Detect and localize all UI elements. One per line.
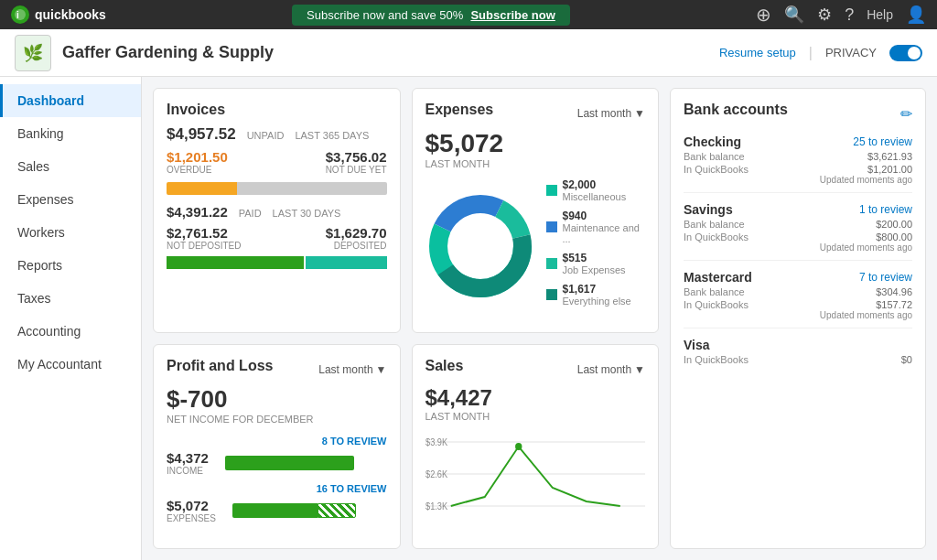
qb-logo-text: quickbooks <box>35 7 106 22</box>
savings-name: Savings <box>684 202 733 217</box>
sales-chevron-icon: ▼ <box>634 363 645 376</box>
income-bar-row: $4,372 INCOME <box>167 450 387 476</box>
unpaid-progress-bar <box>167 182 387 195</box>
overdue-label: OVERDUE <box>167 165 228 175</box>
svg-text:$3.9K: $3.9K <box>425 436 448 447</box>
mastercard-update: Updated moments ago <box>820 310 912 320</box>
sales-title: Sales <box>425 358 464 374</box>
svg-text:i: i <box>16 10 19 20</box>
income-progress-bar <box>225 456 354 470</box>
savings-bank-balance-label: Bank balance <box>684 219 745 230</box>
settings-icon[interactable]: ⚙ <box>817 5 832 25</box>
not-due-amount: $3,756.02 <box>326 149 387 165</box>
top-banner: i quickbooks Subscribe now and save 50% … <box>0 0 937 29</box>
paid-label: PAID <box>239 208 262 219</box>
add-icon[interactable]: ⊕ <box>756 4 771 26</box>
search-icon[interactable]: 🔍 <box>784 5 804 25</box>
privacy-label: PRIVACY <box>825 46 877 59</box>
not-due-label: NOT DUE YET <box>326 165 387 175</box>
mastercard-qb-label: In QuickBooks <box>684 299 749 320</box>
bank-account-savings: Savings 1 to review Bank balance $200.00… <box>684 202 912 261</box>
pl-expenses-label: EXPENSES <box>167 513 216 523</box>
svg-point-6 <box>457 222 504 270</box>
app-body: Dashboard Banking Sales Expenses Workers… <box>0 77 937 560</box>
income-label: INCOME <box>167 466 209 476</box>
resume-setup-link[interactable]: Resume setup <box>719 46 796 59</box>
sidebar-item-accountant[interactable]: My Accountant <box>0 348 141 381</box>
pl-expenses-amount: $5,072 <box>167 498 216 513</box>
sidebar-item-accounting[interactable]: Accounting <box>0 315 141 348</box>
bank-edit-icon[interactable]: ✏ <box>900 105 912 123</box>
income-review-label[interactable]: 8 TO REVIEW <box>167 436 387 447</box>
legend-miscellaneous: $2,000 Miscellaneous <box>546 178 646 202</box>
checking-name: Checking <box>684 135 741 149</box>
sidebar-item-banking[interactable]: Banking <box>0 117 141 150</box>
legend-job: $515 Job Expenses <box>546 252 646 275</box>
sales-total: $4,427 <box>425 385 646 411</box>
bank-accounts-title: Bank accounts <box>684 102 788 118</box>
deposited-progress-bar <box>167 256 387 269</box>
expenses-last-month-label: LAST MONTH <box>425 158 646 169</box>
pl-title: Profit and Loss <box>167 358 273 374</box>
help-label[interactable]: Help <box>867 7 893 22</box>
bank-account-mastercard: Mastercard 7 to review Bank balance $304… <box>684 270 912 328</box>
savings-qb-balance: $800.00 <box>820 232 912 242</box>
pl-chevron-icon: ▼ <box>376 363 387 376</box>
company-logo: 🌿 <box>15 35 51 71</box>
pl-period-selector[interactable]: Last month ▼ <box>318 363 386 376</box>
pl-net-income-label: NET INCOME FOR DECEMBER <box>167 414 387 425</box>
legend-dot-misc <box>546 185 557 196</box>
mastercard-qb-balance: $157.72 <box>820 299 912 310</box>
promo-banner: Subscribe now and save 50% Subscribe now <box>292 5 570 26</box>
subscribe-button[interactable]: Subscribe now <box>470 8 555 22</box>
svg-text:$1.3K: $1.3K <box>425 501 448 511</box>
sales-period-selector[interactable]: Last month ▼ <box>577 363 645 376</box>
not-deposited-bar <box>167 256 304 269</box>
expenses-period-label: Last month <box>577 107 631 120</box>
unpaid-amount: $4,957.52 <box>167 125 236 144</box>
deposited-amount: $1,629.70 <box>326 225 387 241</box>
legend-job-amount: $515 <box>563 252 626 264</box>
expenses-review-label[interactable]: 16 TO REVIEW <box>167 483 387 494</box>
qb-icon: i <box>11 5 29 24</box>
privacy-toggle[interactable] <box>889 45 922 61</box>
sidebar: Dashboard Banking Sales Expenses Workers… <box>0 77 142 560</box>
deposited-bar <box>306 256 386 269</box>
sidebar-item-workers[interactable]: Workers <box>0 216 141 249</box>
mastercard-bank-balance: $304.96 <box>876 286 912 297</box>
not-deposited-label: NOT DEPOSITED <box>167 241 242 251</box>
visa-qb-label: In QuickBooks <box>684 354 749 365</box>
mastercard-review-link[interactable]: 7 to review <box>859 271 912 284</box>
header-divider: | <box>809 45 813 61</box>
sidebar-item-reports[interactable]: Reports <box>0 249 141 282</box>
checking-review-link[interactable]: 25 to review <box>853 135 912 148</box>
sidebar-item-sales[interactable]: Sales <box>0 150 141 183</box>
legend-maint-amount: $940 <box>563 210 646 222</box>
checking-qb-balance: $1,201.00 <box>820 164 912 175</box>
user-icon[interactable]: 👤 <box>906 5 926 25</box>
chart-peak-dot <box>515 443 522 450</box>
savings-qb-label: In QuickBooks <box>684 232 749 253</box>
invoices-card: Invoices $4,957.52 UNPAID LAST 365 DAYS … <box>153 88 401 333</box>
expenses-period-selector[interactable]: Last month ▼ <box>577 107 645 120</box>
top-right-icons: ⊕ 🔍 ⚙ ? Help 👤 <box>756 4 926 26</box>
days-label: LAST 365 DAYS <box>295 130 369 141</box>
svg-text:$2.6K: $2.6K <box>425 468 448 479</box>
savings-bank-balance: $200.00 <box>876 219 912 230</box>
income-amount: $4,372 <box>167 450 209 466</box>
help-icon[interactable]: ? <box>845 5 854 25</box>
checking-bank-balance: $3,621.93 <box>867 151 912 162</box>
sidebar-item-expenses[interactable]: Expenses <box>0 183 141 216</box>
sidebar-item-taxes[interactable]: Taxes <box>0 282 141 315</box>
expenses-legend: $2,000 Miscellaneous $940 Maintenance an… <box>546 178 646 314</box>
sales-card: Sales Last month ▼ $4,427 LAST MONTH $3.… <box>412 344 660 550</box>
sidebar-item-dashboard[interactable]: Dashboard <box>0 84 141 117</box>
legend-maint-label: Maintenance and ... <box>563 222 646 244</box>
expenses-hatched-bar <box>318 503 356 518</box>
savings-review-link[interactable]: 1 to review <box>859 203 912 216</box>
expenses-title: Expenses <box>425 102 494 118</box>
legend-job-label: Job Expenses <box>563 264 626 275</box>
overdue-amount: $1,201.50 <box>167 149 228 165</box>
main-header: 🌿 Gaffer Gardening & Supply Resume setup… <box>0 29 937 77</box>
chevron-down-icon: ▼ <box>634 107 645 120</box>
